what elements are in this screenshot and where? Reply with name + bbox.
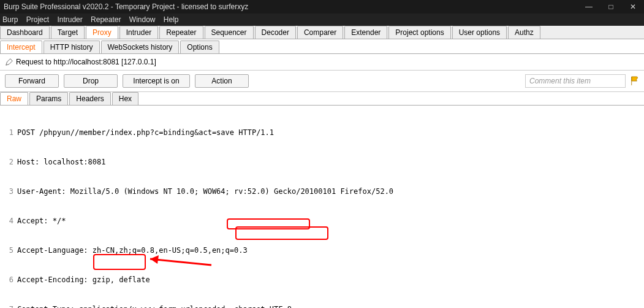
tab-comparer[interactable]: Comparer: [297, 26, 343, 39]
raw-editor[interactable]: 1POST /phpyun//member/index.php?c=bindin…: [0, 106, 644, 308]
forward-button[interactable]: Forward: [5, 74, 59, 88]
viewtab-raw[interactable]: Raw: [0, 92, 28, 105]
minimize-button[interactable]: —: [578, 0, 600, 13]
viewtab-params[interactable]: Params: [29, 92, 68, 105]
raw-line: Content-Type: application/x-www-form-url…: [17, 304, 644, 308]
subtab-options[interactable]: Options: [180, 40, 219, 53]
window-controls: — □ ✕: [578, 0, 644, 13]
tab-intruder[interactable]: Intruder: [119, 26, 158, 39]
tab-decoder[interactable]: Decoder: [255, 26, 296, 39]
request-line-text: Request to http://localhost:8081 [127.0.…: [16, 58, 156, 66]
intercept-toolbar: Forward Drop Intercept is on Action Comm…: [0, 71, 644, 92]
tab-extender[interactable]: Extender: [344, 26, 387, 39]
raw-line: POST /phpyun//member/index.php?c=binding…: [17, 128, 644, 137]
title-bar: Burp Suite Professional v2020.2 - Tempor…: [0, 0, 644, 13]
menu-bar: Burp Project Intruder Repeater Window He…: [0, 13, 644, 26]
tab-target[interactable]: Target: [51, 26, 85, 39]
subtab-websockets-history[interactable]: WebSockets history: [101, 40, 180, 53]
request-line: Request to http://localhost:8081 [127.0.…: [0, 54, 644, 71]
raw-line: User-Agent: Mozilla/5.0 (Windows NT 10.0…: [17, 187, 644, 196]
tab-user-options[interactable]: User options: [452, 26, 507, 39]
intercept-toggle-button[interactable]: Intercept is on: [123, 74, 190, 88]
highlight-flag-icon[interactable]: [631, 75, 639, 87]
tab-sequencer[interactable]: Sequencer: [205, 26, 254, 39]
maximize-button[interactable]: □: [600, 0, 622, 13]
menu-intruder[interactable]: Intruder: [57, 15, 82, 24]
tab-repeater[interactable]: Repeater: [159, 26, 203, 39]
tab-authz[interactable]: Authz: [508, 26, 540, 39]
view-tabs: Raw Params Headers Hex: [0, 92, 644, 106]
comment-input[interactable]: Comment this item: [525, 74, 626, 88]
tab-project-options[interactable]: Project options: [388, 26, 450, 39]
menu-help[interactable]: Help: [164, 15, 179, 24]
viewtab-headers[interactable]: Headers: [69, 92, 110, 105]
viewtab-hex[interactable]: Hex: [112, 92, 138, 105]
menu-burp[interactable]: Burp: [2, 15, 18, 24]
window-title: Burp Suite Professional v2020.2 - Tempor…: [4, 0, 248, 13]
pencil-icon: [5, 58, 13, 66]
annotation-box-cookie-moblie-code: [235, 226, 328, 240]
main-tabs: Dashboard Target Proxy Intruder Repeater…: [0, 26, 644, 39]
raw-line: Host: localhost:8081: [17, 157, 644, 167]
subtab-http-history[interactable]: HTTP history: [44, 40, 100, 53]
menu-project[interactable]: Project: [26, 15, 49, 24]
raw-line: Accept-Language: zh-CN,zh;q=0.8,en-US;q=…: [17, 245, 644, 255]
svg-line-0: [150, 259, 211, 265]
svg-marker-1: [150, 255, 159, 264]
close-button[interactable]: ✕: [622, 0, 644, 13]
subtab-intercept[interactable]: Intercept: [0, 40, 42, 53]
action-button[interactable]: Action: [195, 74, 249, 88]
drop-button[interactable]: Drop: [64, 74, 118, 88]
menu-repeater[interactable]: Repeater: [91, 15, 121, 24]
raw-line: Accept: */*: [17, 216, 644, 226]
menu-window[interactable]: Window: [129, 15, 156, 24]
proxy-sub-tabs: Intercept HTTP history WebSockets histor…: [0, 39, 644, 54]
annotation-arrow: [144, 255, 218, 268]
tab-dashboard[interactable]: Dashboard: [0, 26, 50, 39]
raw-line: Accept-Encoding: gzip, deflate: [17, 275, 644, 285]
tab-proxy[interactable]: Proxy: [86, 26, 118, 39]
annotation-box-body-code: [93, 254, 146, 270]
